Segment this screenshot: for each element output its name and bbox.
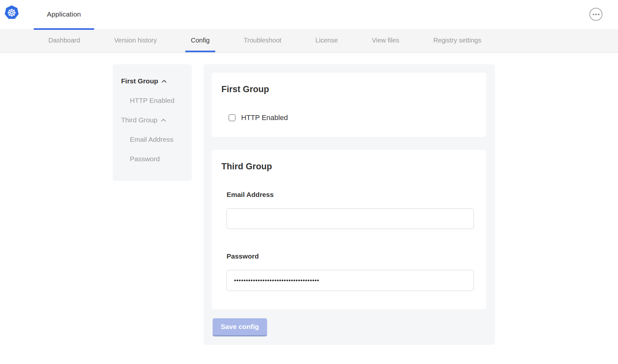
sidebar-item-third-group[interactable]: Third Group — [113, 110, 192, 130]
tab-dashboard[interactable]: Dashboard — [43, 30, 86, 52]
application-tab[interactable]: Application — [34, 0, 94, 30]
ellipsis-menu-button[interactable] — [589, 8, 602, 21]
sidebar-item-first-group[interactable]: First Group — [113, 71, 192, 91]
svg-text:☸: ☸ — [7, 7, 17, 19]
ellipsis-dot-icon — [595, 14, 597, 15]
sidebar-item-email-address[interactable]: Email Address — [113, 130, 192, 149]
sidebar-item-label: Email Address — [130, 136, 173, 143]
http-enabled-checkbox-row[interactable]: HTTP Enabled — [229, 114, 288, 122]
http-enabled-checkbox[interactable] — [229, 114, 236, 121]
ellipsis-dot-icon — [598, 14, 599, 15]
sidebar-item-label: HTTP Enabled — [130, 97, 174, 104]
sidebar-item-label: First Group — [121, 77, 158, 85]
group-title: Third Group — [221, 162, 272, 172]
password-input[interactable] — [227, 270, 474, 291]
first-group-card: First Group HTTP Enabled — [212, 73, 486, 137]
email-address-input[interactable] — [227, 208, 474, 229]
tab-troubleshoot[interactable]: Troubleshoot — [238, 30, 287, 52]
chevron-up-icon — [161, 79, 167, 83]
tab-view-files[interactable]: View files — [366, 30, 405, 52]
ellipsis-dot-icon — [593, 14, 594, 15]
sidebar-item-label: Third Group — [121, 116, 157, 124]
admin-console-page: ☸ Application Dashboard Version history … — [0, 0, 618, 364]
kubernetes-logo-icon: ☸ — [5, 5, 19, 20]
sidebar-item-label: Password — [130, 155, 160, 163]
third-group-card: Third Group Email Address Password — [212, 150, 486, 309]
sidebar-item-http-enabled[interactable]: HTTP Enabled — [113, 91, 192, 110]
tab-registry-settings[interactable]: Registry settings — [428, 30, 487, 52]
group-title: First Group — [221, 84, 269, 94]
checkbox-label: HTTP Enabled — [241, 114, 288, 122]
chevron-up-icon — [161, 118, 166, 122]
config-panel: First Group HTTP Enabled Third Group Ema… — [204, 64, 495, 345]
tab-config[interactable]: Config — [185, 30, 215, 52]
password-label: Password — [227, 252, 259, 260]
email-address-label: Email Address — [227, 191, 274, 199]
config-groups-sidebar: First Group HTTP Enabled Third Group Ema… — [113, 64, 192, 181]
sidebar-item-password[interactable]: Password — [113, 149, 192, 169]
tab-license[interactable]: License — [310, 30, 343, 52]
nav-tab-bar: Dashboard Version history Config Trouble… — [0, 30, 618, 53]
top-header: ☸ Application — [0, 0, 618, 30]
tab-version-history[interactable]: Version history — [109, 30, 162, 52]
save-config-button[interactable]: Save config — [213, 318, 267, 336]
